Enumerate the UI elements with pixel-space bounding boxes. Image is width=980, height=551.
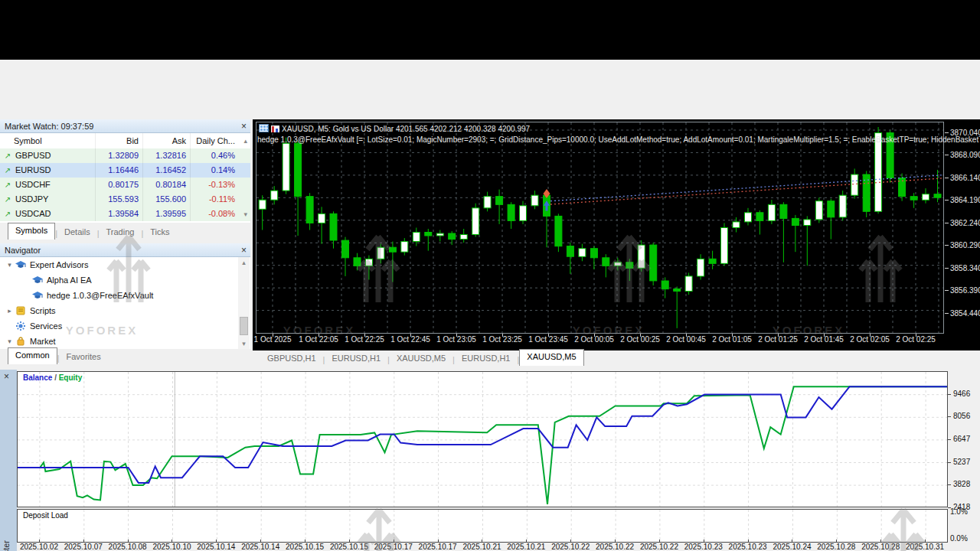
time-axis-label: 2 Oct 02:25: [896, 335, 936, 344]
close-icon[interactable]: ×: [241, 243, 247, 257]
chart-tab-gbpusd-h1[interactable]: GBPUSD,H1: [260, 351, 323, 366]
balance-equity-chart[interactable]: Balance / Equity: [17, 371, 948, 507]
tab-ticks[interactable]: Ticks: [143, 225, 176, 240]
tree-item-alpha-ai-ea[interactable]: Alpha AI EA: [0, 272, 250, 288]
scroll-up-icon[interactable]: ▴: [238, 257, 250, 268]
tab-details[interactable]: Details: [57, 225, 97, 240]
date-axis-label: 2025.10.10: [152, 543, 191, 551]
table-row[interactable]: ↗USDCAD1.395841.39595-0.08%: [0, 207, 250, 221]
column-header-bid[interactable]: Bid: [95, 133, 142, 148]
deposit-load-label: Deposit Load: [23, 511, 68, 520]
date-tick: [83, 540, 84, 542]
tree-item-label: Services: [27, 318, 62, 334]
tab-favorites[interactable]: Favorites: [59, 350, 107, 364]
chart-tab-eurusd-h1[interactable]: EURUSD,H1: [325, 351, 387, 366]
date-axis-label: 2025.10.17: [374, 543, 413, 551]
navigator-panel: Navigator × ▾Expert AdvisorsAlpha AI EAh…: [0, 243, 250, 364]
date-axis-label: 2025.10.21: [507, 543, 545, 551]
tree-item-label: Expert Advisors: [27, 257, 88, 272]
chevron-down-icon[interactable]: ▾: [5, 257, 15, 272]
time-axis-label: 2 Oct 00:45: [666, 335, 706, 344]
column-header-ask[interactable]: Ask: [142, 133, 190, 148]
chart-tab-eurusd-h1[interactable]: EURUSD,H1: [455, 351, 518, 366]
value-axis-label: 8056: [953, 412, 970, 420]
legend-balance: Balance: [23, 373, 52, 382]
mt5-window: Market Watch: 09:37:59 × SymbolBidAskDai…: [0, 0, 980, 551]
date-axis-label: 2025.10.23: [684, 543, 723, 551]
navigator-scrollbar[interactable]: ▴ ▾: [238, 257, 250, 349]
value-tick: [948, 439, 951, 440]
date-axis-label: 2025.10.14: [241, 543, 279, 551]
value-tick: [948, 394, 951, 395]
table-row[interactable]: ↗USDJPY155.593155.600-0.11%: [0, 192, 250, 207]
date-tick: [172, 540, 172, 542]
chart-type-icon[interactable]: [271, 126, 279, 132]
chevron-right-icon[interactable]: ▸: [5, 303, 15, 318]
value-tick: [948, 484, 951, 485]
navigator-title: Navigator: [5, 246, 41, 255]
trend-up-icon: ↗: [0, 148, 15, 163]
date-axis-label: 2025.10.28: [861, 543, 900, 551]
date-axis-label: 2025.10.22: [640, 543, 678, 551]
date-tick: [925, 540, 926, 542]
date-axis-label: 2025.10.08: [109, 543, 147, 551]
scroll-up-icon[interactable]: ▴: [243, 137, 247, 145]
time-axis-label: 2 Oct 02:05: [850, 335, 890, 344]
price-tick: [945, 178, 949, 178]
tree-item-scripts[interactable]: ▸Scripts: [0, 303, 250, 318]
ask-cell: 0.80184: [142, 178, 190, 192]
strategy-tester-panel: × Strategy Tester Balance / Equity Depos…: [0, 370, 980, 551]
tab-symbols[interactable]: Symbols: [8, 223, 55, 240]
price-tick: [945, 132, 949, 133]
price-tick: [945, 245, 949, 246]
date-tick: [39, 540, 40, 542]
table-row[interactable]: ↗EURUSD1.164461.164520.14%: [0, 163, 250, 178]
bid-cell: 1.39584: [95, 207, 142, 221]
column-header-change[interactable]: Daily Ch...: [190, 133, 239, 148]
tree-item-label: Alpha AI EA: [44, 272, 92, 288]
change-cell: 0.46%: [190, 148, 239, 163]
tree-item-services[interactable]: Services: [0, 318, 250, 334]
date-tick: [216, 540, 217, 542]
legend-equity: Equity: [59, 373, 83, 382]
scrollbar-thumb[interactable]: [240, 317, 248, 335]
tree-item-hedge-1-0-3-freeeafxvault[interactable]: hedge 1.0.3@FreeEAfxVault: [0, 288, 250, 303]
trend-up-icon: ↗: [0, 207, 15, 221]
candlestick-chart[interactable]: [256, 122, 944, 334]
date-tick: [260, 540, 261, 542]
price-tick: [945, 290, 949, 291]
price-axis-label: 3856.390: [950, 286, 980, 295]
column-header-symbol[interactable]: Symbol: [0, 133, 95, 148]
tab-trading[interactable]: Trading: [100, 225, 142, 240]
table-row[interactable]: ↗GBPUSD1.328091.328160.46%: [0, 148, 250, 163]
chart-tab-xauusd-m5[interactable]: XAUUSD,M5: [519, 349, 583, 366]
depth-of-market-icon[interactable]: [259, 124, 269, 132]
tree-item-market[interactable]: ▾Market: [0, 334, 250, 349]
chevron-down-icon[interactable]: ▾: [5, 334, 15, 349]
scroll-down-icon[interactable]: ▾: [238, 338, 250, 349]
table-row[interactable]: ↗USDCHF0.801750.80184-0.13%: [0, 178, 250, 192]
close-icon[interactable]: ×: [241, 119, 247, 133]
tab-common[interactable]: Common: [8, 347, 57, 364]
tree-item-expert-advisors[interactable]: ▾Expert Advisors: [0, 257, 250, 272]
scroll-down-icon[interactable]: ▾: [243, 210, 247, 218]
date-tick: [438, 540, 439, 542]
chart-tab-xauusd-m5[interactable]: XAUUSD,M5: [390, 351, 452, 366]
time-axis-label: 1 Oct 22:45: [390, 335, 430, 344]
chart-panel: XAUUSD, M5: Gold vs US Dollar 4201.565 4…: [253, 119, 980, 350]
date-tick: [880, 540, 881, 542]
strategy-tester-strip[interactable]: × Strategy Tester: [0, 370, 17, 551]
deposit-load-chart[interactable]: Deposit Load: [17, 509, 948, 543]
trend-up-icon: ↗: [0, 178, 15, 192]
symbol-cell: USDJPY: [15, 192, 95, 207]
market-watch-panel: Market Watch: 09:37:59 × SymbolBidAskDai…: [0, 119, 250, 240]
market-watch-title: Market Watch: 09:37:59: [5, 122, 93, 131]
market-watch-titlebar: Market Watch: 09:37:59 ×: [0, 119, 250, 133]
date-axis-label: 2025.10.15: [330, 543, 368, 551]
value-tick: [948, 462, 951, 463]
date-axis-label: 2025.10.17: [419, 543, 457, 551]
bid-cell: 1.16446: [95, 163, 142, 178]
close-icon[interactable]: ×: [4, 371, 9, 382]
date-axis-label: 2025.10.24: [773, 543, 811, 551]
expert-icon: [31, 291, 44, 301]
